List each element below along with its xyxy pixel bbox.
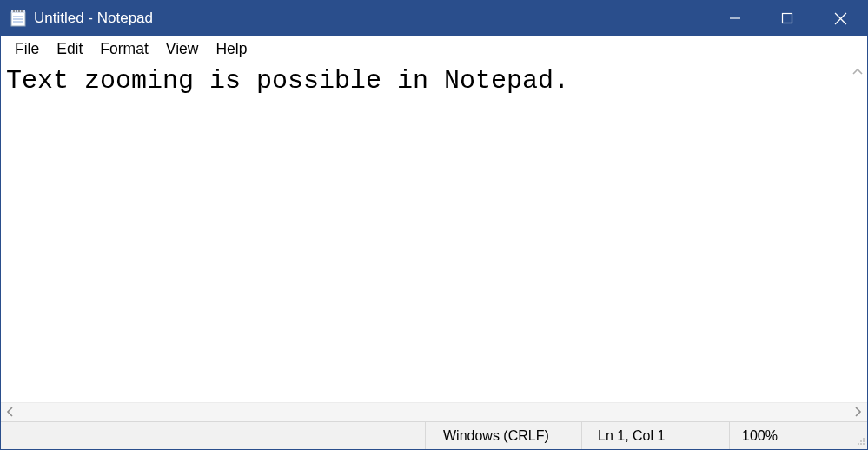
svg-point-17 (860, 443, 862, 445)
maximize-button[interactable] (761, 1, 813, 36)
svg-rect-10 (783, 14, 792, 23)
editor-area (1, 63, 867, 421)
status-spacer (1, 422, 426, 449)
window-controls (709, 1, 867, 36)
minimize-button[interactable] (709, 1, 761, 36)
menu-edit[interactable]: Edit (48, 36, 91, 62)
svg-point-4 (18, 10, 20, 12)
status-line-ending-text: Windows (CRLF) (443, 428, 549, 444)
svg-point-14 (860, 440, 862, 442)
status-bar: Windows (CRLF) Ln 1, Col 1 100% (1, 421, 867, 449)
status-zoom: 100% (730, 422, 851, 449)
status-cursor-position: Ln 1, Col 1 (582, 422, 730, 449)
scroll-right-icon[interactable] (853, 406, 862, 420)
menu-help[interactable]: Help (207, 36, 255, 62)
status-cursor-position-text: Ln 1, Col 1 (598, 428, 665, 444)
svg-point-18 (863, 443, 865, 445)
menu-view[interactable]: View (157, 36, 208, 62)
status-zoom-text: 100% (742, 428, 778, 444)
resize-grip[interactable] (851, 422, 867, 449)
status-line-ending: Windows (CRLF) (426, 422, 582, 449)
svg-point-2 (13, 10, 15, 12)
vertical-scrollbar[interactable] (848, 63, 867, 402)
horizontal-scrollbar[interactable] (1, 402, 867, 421)
notepad-icon (10, 10, 27, 27)
menu-format[interactable]: Format (91, 36, 156, 62)
text-editor[interactable] (1, 63, 867, 402)
title-bar[interactable]: Untitled - Notepad (1, 1, 867, 36)
svg-point-16 (858, 443, 859, 445)
close-button[interactable] (813, 1, 867, 36)
menu-bar: File Edit Format View Help (1, 36, 867, 63)
svg-point-5 (21, 10, 23, 12)
menu-file[interactable]: File (6, 36, 48, 62)
scroll-left-icon[interactable] (6, 406, 15, 420)
scroll-up-icon[interactable] (852, 67, 863, 79)
svg-point-15 (863, 440, 865, 442)
window-title: Untitled - Notepad (34, 10, 709, 27)
svg-point-13 (863, 438, 865, 440)
svg-point-3 (16, 10, 17, 12)
